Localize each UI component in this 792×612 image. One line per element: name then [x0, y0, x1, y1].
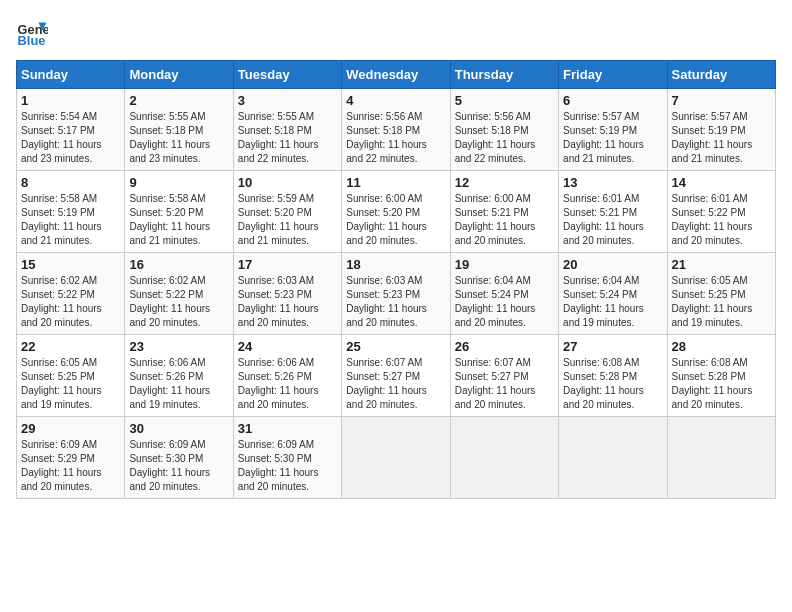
day-info: Sunrise: 6:06 AM Sunset: 5:26 PM Dayligh… — [129, 356, 228, 412]
day-info: Sunrise: 6:04 AM Sunset: 5:24 PM Dayligh… — [563, 274, 662, 330]
calendar-cell: 20Sunrise: 6:04 AM Sunset: 5:24 PM Dayli… — [559, 253, 667, 335]
day-number: 2 — [129, 93, 228, 108]
calendar-week-row: 15Sunrise: 6:02 AM Sunset: 5:22 PM Dayli… — [17, 253, 776, 335]
calendar-week-row: 22Sunrise: 6:05 AM Sunset: 5:25 PM Dayli… — [17, 335, 776, 417]
calendar-cell: 24Sunrise: 6:06 AM Sunset: 5:26 PM Dayli… — [233, 335, 341, 417]
day-number: 27 — [563, 339, 662, 354]
day-number: 1 — [21, 93, 120, 108]
day-info: Sunrise: 5:54 AM Sunset: 5:17 PM Dayligh… — [21, 110, 120, 166]
calendar-cell: 29Sunrise: 6:09 AM Sunset: 5:29 PM Dayli… — [17, 417, 125, 499]
calendar-cell: 3Sunrise: 5:55 AM Sunset: 5:18 PM Daylig… — [233, 89, 341, 171]
calendar-week-row: 29Sunrise: 6:09 AM Sunset: 5:29 PM Dayli… — [17, 417, 776, 499]
day-number: 17 — [238, 257, 337, 272]
calendar-cell: 6Sunrise: 5:57 AM Sunset: 5:19 PM Daylig… — [559, 89, 667, 171]
day-info: Sunrise: 6:05 AM Sunset: 5:25 PM Dayligh… — [672, 274, 771, 330]
calendar-cell: 30Sunrise: 6:09 AM Sunset: 5:30 PM Dayli… — [125, 417, 233, 499]
col-header-monday: Monday — [125, 61, 233, 89]
day-number: 13 — [563, 175, 662, 190]
day-number: 30 — [129, 421, 228, 436]
day-info: Sunrise: 6:03 AM Sunset: 5:23 PM Dayligh… — [238, 274, 337, 330]
day-info: Sunrise: 5:55 AM Sunset: 5:18 PM Dayligh… — [129, 110, 228, 166]
calendar-cell: 10Sunrise: 5:59 AM Sunset: 5:20 PM Dayli… — [233, 171, 341, 253]
col-header-thursday: Thursday — [450, 61, 558, 89]
day-number: 12 — [455, 175, 554, 190]
calendar-cell: 22Sunrise: 6:05 AM Sunset: 5:25 PM Dayli… — [17, 335, 125, 417]
day-info: Sunrise: 5:56 AM Sunset: 5:18 PM Dayligh… — [346, 110, 445, 166]
calendar-cell: 7Sunrise: 5:57 AM Sunset: 5:19 PM Daylig… — [667, 89, 775, 171]
day-info: Sunrise: 6:04 AM Sunset: 5:24 PM Dayligh… — [455, 274, 554, 330]
col-header-wednesday: Wednesday — [342, 61, 450, 89]
day-number: 14 — [672, 175, 771, 190]
col-header-tuesday: Tuesday — [233, 61, 341, 89]
day-number: 11 — [346, 175, 445, 190]
calendar-cell: 17Sunrise: 6:03 AM Sunset: 5:23 PM Dayli… — [233, 253, 341, 335]
calendar-table: SundayMondayTuesdayWednesdayThursdayFrid… — [16, 60, 776, 499]
col-header-saturday: Saturday — [667, 61, 775, 89]
calendar-body: 1Sunrise: 5:54 AM Sunset: 5:17 PM Daylig… — [17, 89, 776, 499]
day-info: Sunrise: 6:00 AM Sunset: 5:20 PM Dayligh… — [346, 192, 445, 248]
day-number: 9 — [129, 175, 228, 190]
calendar-cell: 16Sunrise: 6:02 AM Sunset: 5:22 PM Dayli… — [125, 253, 233, 335]
col-header-friday: Friday — [559, 61, 667, 89]
day-number: 16 — [129, 257, 228, 272]
calendar-cell: 2Sunrise: 5:55 AM Sunset: 5:18 PM Daylig… — [125, 89, 233, 171]
day-info: Sunrise: 6:03 AM Sunset: 5:23 PM Dayligh… — [346, 274, 445, 330]
day-number: 7 — [672, 93, 771, 108]
calendar-cell: 18Sunrise: 6:03 AM Sunset: 5:23 PM Dayli… — [342, 253, 450, 335]
day-number: 19 — [455, 257, 554, 272]
day-info: Sunrise: 5:59 AM Sunset: 5:20 PM Dayligh… — [238, 192, 337, 248]
day-number: 8 — [21, 175, 120, 190]
day-info: Sunrise: 6:08 AM Sunset: 5:28 PM Dayligh… — [563, 356, 662, 412]
day-number: 23 — [129, 339, 228, 354]
calendar-cell: 31Sunrise: 6:09 AM Sunset: 5:30 PM Dayli… — [233, 417, 341, 499]
day-info: Sunrise: 6:08 AM Sunset: 5:28 PM Dayligh… — [672, 356, 771, 412]
svg-text:Blue: Blue — [18, 33, 46, 48]
day-number: 10 — [238, 175, 337, 190]
calendar-cell: 8Sunrise: 5:58 AM Sunset: 5:19 PM Daylig… — [17, 171, 125, 253]
calendar-cell: 26Sunrise: 6:07 AM Sunset: 5:27 PM Dayli… — [450, 335, 558, 417]
day-info: Sunrise: 6:02 AM Sunset: 5:22 PM Dayligh… — [21, 274, 120, 330]
day-info: Sunrise: 5:55 AM Sunset: 5:18 PM Dayligh… — [238, 110, 337, 166]
calendar-cell: 28Sunrise: 6:08 AM Sunset: 5:28 PM Dayli… — [667, 335, 775, 417]
day-number: 15 — [21, 257, 120, 272]
calendar-cell — [450, 417, 558, 499]
day-number: 18 — [346, 257, 445, 272]
calendar-cell: 23Sunrise: 6:06 AM Sunset: 5:26 PM Dayli… — [125, 335, 233, 417]
day-number: 20 — [563, 257, 662, 272]
day-info: Sunrise: 6:00 AM Sunset: 5:21 PM Dayligh… — [455, 192, 554, 248]
calendar-week-row: 8Sunrise: 5:58 AM Sunset: 5:19 PM Daylig… — [17, 171, 776, 253]
calendar-cell: 9Sunrise: 5:58 AM Sunset: 5:20 PM Daylig… — [125, 171, 233, 253]
calendar-cell: 21Sunrise: 6:05 AM Sunset: 5:25 PM Dayli… — [667, 253, 775, 335]
calendar-cell: 19Sunrise: 6:04 AM Sunset: 5:24 PM Dayli… — [450, 253, 558, 335]
day-info: Sunrise: 6:09 AM Sunset: 5:29 PM Dayligh… — [21, 438, 120, 494]
day-number: 26 — [455, 339, 554, 354]
day-info: Sunrise: 5:57 AM Sunset: 5:19 PM Dayligh… — [563, 110, 662, 166]
logo: General Blue — [16, 16, 48, 48]
day-info: Sunrise: 6:09 AM Sunset: 5:30 PM Dayligh… — [129, 438, 228, 494]
col-header-sunday: Sunday — [17, 61, 125, 89]
calendar-week-row: 1Sunrise: 5:54 AM Sunset: 5:17 PM Daylig… — [17, 89, 776, 171]
calendar-cell: 25Sunrise: 6:07 AM Sunset: 5:27 PM Dayli… — [342, 335, 450, 417]
day-info: Sunrise: 6:02 AM Sunset: 5:22 PM Dayligh… — [129, 274, 228, 330]
calendar-cell: 5Sunrise: 5:56 AM Sunset: 5:18 PM Daylig… — [450, 89, 558, 171]
calendar-cell: 11Sunrise: 6:00 AM Sunset: 5:20 PM Dayli… — [342, 171, 450, 253]
day-info: Sunrise: 5:58 AM Sunset: 5:20 PM Dayligh… — [129, 192, 228, 248]
day-info: Sunrise: 6:07 AM Sunset: 5:27 PM Dayligh… — [346, 356, 445, 412]
day-info: Sunrise: 5:58 AM Sunset: 5:19 PM Dayligh… — [21, 192, 120, 248]
calendar-cell: 13Sunrise: 6:01 AM Sunset: 5:21 PM Dayli… — [559, 171, 667, 253]
calendar-cell: 1Sunrise: 5:54 AM Sunset: 5:17 PM Daylig… — [17, 89, 125, 171]
day-info: Sunrise: 5:56 AM Sunset: 5:18 PM Dayligh… — [455, 110, 554, 166]
day-info: Sunrise: 6:07 AM Sunset: 5:27 PM Dayligh… — [455, 356, 554, 412]
day-info: Sunrise: 5:57 AM Sunset: 5:19 PM Dayligh… — [672, 110, 771, 166]
calendar-cell — [342, 417, 450, 499]
calendar-cell — [559, 417, 667, 499]
day-number: 6 — [563, 93, 662, 108]
page-header: General Blue — [16, 16, 776, 48]
calendar-cell: 12Sunrise: 6:00 AM Sunset: 5:21 PM Dayli… — [450, 171, 558, 253]
day-number: 29 — [21, 421, 120, 436]
day-number: 4 — [346, 93, 445, 108]
day-info: Sunrise: 6:09 AM Sunset: 5:30 PM Dayligh… — [238, 438, 337, 494]
day-number: 28 — [672, 339, 771, 354]
day-number: 31 — [238, 421, 337, 436]
calendar-cell: 15Sunrise: 6:02 AM Sunset: 5:22 PM Dayli… — [17, 253, 125, 335]
